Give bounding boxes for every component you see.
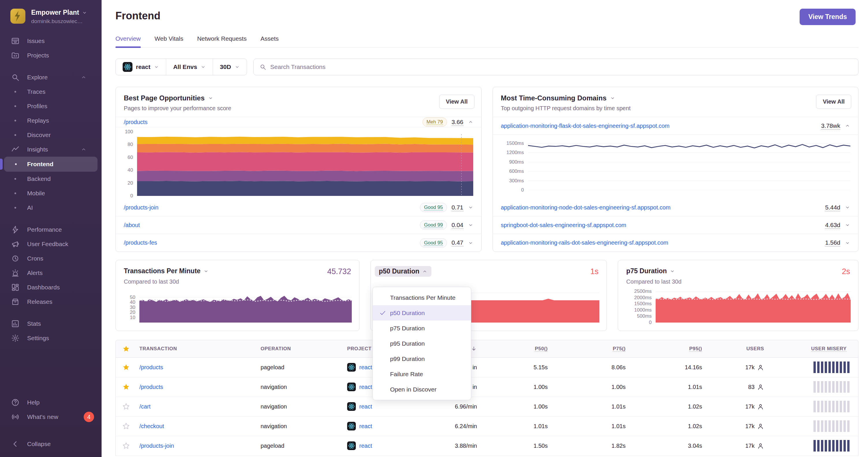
transaction-link[interactable]: /products: [140, 364, 163, 370]
panel-title[interactable]: Best Page Opportunities: [124, 94, 205, 102]
menu-item-failure-rate[interactable]: Failure Rate: [373, 366, 471, 382]
project-link[interactable]: react: [359, 403, 372, 410]
sidebar-item-explore[interactable]: Explore: [0, 70, 101, 85]
table-row: /productsnavigationreactin1.00s1.00s1.01…: [116, 377, 858, 397]
column-header-p50-[interactable]: P50(): [480, 340, 551, 357]
view-all-button[interactable]: View All: [439, 95, 474, 109]
column-header-user-misery[interactable]: USER MISERY: [767, 340, 858, 357]
p50-cell: 1.00s: [480, 377, 551, 397]
star-filled-icon: [122, 363, 130, 371]
transaction-link[interactable]: /cart: [140, 403, 151, 410]
p95-cell: 1.02s: [628, 397, 705, 416]
sidebar-item-issues[interactable]: Issues: [0, 34, 101, 48]
domain-link[interactable]: springboot-dot-sales-engineering-sf.apps…: [501, 222, 626, 228]
date-range-filter[interactable]: 30D: [213, 59, 247, 75]
sidebar-item-label: Replays: [27, 117, 49, 124]
sidebar-item-what-s-new[interactable]: What's new4: [0, 410, 101, 424]
menu-item-p95-duration[interactable]: p95 Duration: [373, 336, 471, 351]
menu-item-p99-duration[interactable]: p99 Duration: [373, 351, 471, 366]
menu-item-open-in-discover[interactable]: Open in Discover: [373, 382, 471, 397]
sidebar-item-stats[interactable]: Stats: [0, 317, 101, 331]
star-cell[interactable]: [116, 416, 136, 436]
sidebar-item-crons[interactable]: Crons: [0, 251, 101, 266]
column-header-p95-[interactable]: P95(): [628, 340, 705, 357]
transaction-link[interactable]: /checkout: [140, 423, 164, 429]
page-link[interactable]: /about: [124, 222, 140, 228]
column-header-users[interactable]: USERS: [705, 340, 767, 357]
chevron-up-icon[interactable]: [468, 120, 473, 125]
domain-link[interactable]: application-monitoring-rails-dot-sales-e…: [501, 239, 668, 246]
sidebar-footer: HelpWhat's new4Collapse: [0, 395, 101, 457]
sidebar-item-label: AI: [27, 204, 33, 211]
project-link[interactable]: react: [359, 364, 372, 371]
sidebar-item-traces[interactable]: Traces: [0, 85, 101, 99]
sidebar-item-replays[interactable]: Replays: [0, 113, 101, 128]
domain-row[interactable]: application-monitoring-rails-dot-sales-e…: [493, 234, 859, 252]
org-switcher[interactable]: Empower Plant dominik.buszowiec…: [0, 0, 101, 27]
sidebar-item-ai[interactable]: AI: [0, 200, 101, 215]
domain-link[interactable]: application-monitoring-node-dot-sales-en…: [501, 204, 671, 211]
panel-title[interactable]: p75 Duration: [626, 267, 667, 275]
star-icon: [122, 345, 130, 353]
sidebar-collapse-button[interactable]: Collapse: [0, 437, 101, 451]
sidebar-item-performance[interactable]: Performance: [0, 223, 101, 237]
page-link[interactable]: /products-fes: [124, 239, 157, 246]
page-link[interactable]: /products-join: [124, 204, 158, 211]
project-filter[interactable]: react: [116, 59, 166, 75]
check-icon: [379, 309, 386, 317]
transaction-link[interactable]: /products-join: [140, 443, 174, 449]
project-link[interactable]: react: [359, 423, 372, 430]
domain-row[interactable]: springboot-dot-sales-engineering-sf.apps…: [493, 217, 859, 234]
page-link[interactable]: /products: [124, 119, 148, 126]
sidebar-item-settings[interactable]: Settings: [0, 331, 101, 345]
column-header-operation[interactable]: OPERATION: [258, 340, 344, 357]
page-row[interactable]: /aboutGood 990.04: [116, 217, 481, 234]
tab-web-vitals[interactable]: Web Vitals: [155, 35, 184, 47]
project-link[interactable]: react: [359, 443, 372, 449]
star-cell[interactable]: [116, 357, 136, 377]
star-cell[interactable]: [116, 377, 136, 397]
panel-title[interactable]: Transactions Per Minute: [124, 267, 200, 275]
page-row[interactable]: /products-fesGood 950.47: [116, 234, 481, 252]
menu-item-p50-duration[interactable]: p50 Duration: [373, 305, 471, 321]
menu-item-p75-duration[interactable]: p75 Duration: [373, 321, 471, 336]
transaction-link[interactable]: /products: [140, 384, 163, 390]
axis-tick-label: 1500ms: [626, 301, 652, 307]
sidebar-item-user-feedback[interactable]: User Feedback: [0, 237, 101, 251]
domain-link[interactable]: application-monitoring-flask-dot-sales-e…: [501, 123, 670, 129]
tab-assets[interactable]: Assets: [260, 35, 279, 47]
domain-row[interactable]: application-monitoring-node-dot-sales-en…: [493, 199, 859, 217]
org-name: Empower Plant: [31, 9, 79, 17]
user-icon: [757, 403, 764, 410]
panel-title[interactable]: Most Time-Consuming Domains: [501, 94, 607, 102]
environment-filter[interactable]: All Envs: [166, 59, 213, 75]
column-header-p75-[interactable]: P75(): [551, 340, 628, 357]
sidebar-item-backend[interactable]: Backend: [0, 172, 101, 186]
view-all-button[interactable]: View All: [816, 95, 851, 109]
sidebar-item-help[interactable]: Help: [0, 395, 101, 410]
sidebar-item-frontend[interactable]: Frontend: [4, 157, 97, 172]
project-link[interactable]: react: [359, 384, 372, 390]
sidebar-item-dashboards[interactable]: Dashboards: [0, 280, 101, 295]
search-input[interactable]: [270, 63, 852, 70]
tab-overview[interactable]: Overview: [116, 35, 141, 47]
sidebar-item-insights[interactable]: Insights: [0, 142, 101, 157]
sidebar-item-projects[interactable]: Projects: [0, 48, 101, 63]
star-cell[interactable]: [116, 436, 136, 456]
column-header-transaction[interactable]: TRANSACTION: [136, 340, 258, 357]
chevron-up-icon[interactable]: [845, 123, 850, 128]
axis-tick-label: 1500ms: [496, 140, 524, 146]
sidebar-item-releases[interactable]: Releases: [0, 295, 101, 309]
page-row[interactable]: /products-joinGood 950.71: [116, 199, 481, 217]
sidebar-item-alerts[interactable]: Alerts: [0, 266, 101, 280]
sidebar-item-discover[interactable]: Discover: [0, 128, 101, 142]
domain-row-expanded[interactable]: application-monitoring-flask-dot-sales-e…: [493, 117, 859, 135]
metric-selector-button[interactable]: p50 Duration: [375, 266, 432, 277]
tab-network-requests[interactable]: Network Requests: [197, 35, 247, 47]
sidebar-item-profiles[interactable]: Profiles: [0, 99, 101, 113]
page-row-expanded[interactable]: /products Meh 79 3.66: [116, 117, 481, 127]
menu-item-transactions-per-minute[interactable]: Transactions Per Minute: [373, 290, 471, 305]
star-cell[interactable]: [116, 397, 136, 416]
sidebar-item-mobile[interactable]: Mobile: [0, 186, 101, 200]
view-trends-button[interactable]: View Trends: [800, 9, 856, 25]
